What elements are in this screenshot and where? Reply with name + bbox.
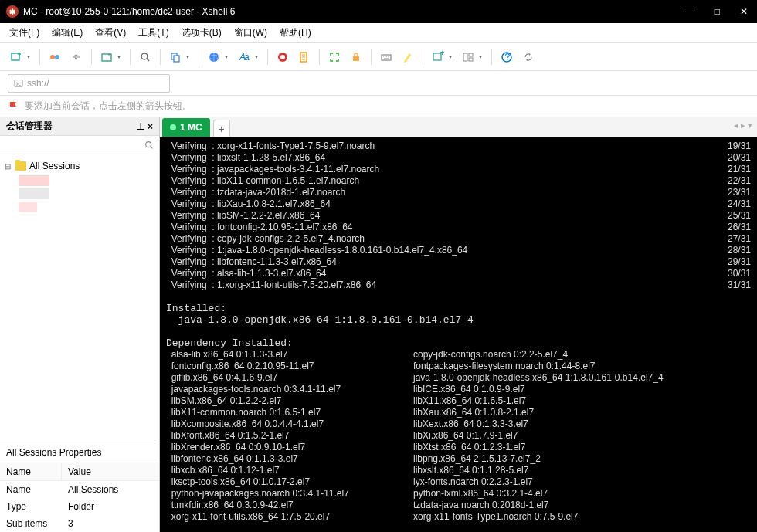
globe-button[interactable] — [205, 49, 222, 66]
new-window-button[interactable]: + — [429, 49, 446, 66]
col-name: Name — [0, 463, 62, 480]
close-button[interactable]: ✕ — [737, 6, 751, 17]
svg-rect-18 — [463, 53, 467, 61]
new-session-button[interactable] — [8, 49, 25, 66]
menubar: 文件(F) 编辑(E) 查看(V) 工具(T) 选项卡(B) 窗口(W) 帮助(… — [0, 23, 757, 43]
menu-tabs[interactable]: 选项卡(B) — [182, 26, 222, 39]
col-value: Value — [62, 463, 159, 480]
hintbar: 要添加当前会话，点击左侧的箭头按钮。 — [0, 96, 757, 117]
prop-key: Sub items — [0, 515, 62, 532]
svg-rect-20 — [469, 58, 473, 61]
prop-key: Name — [0, 481, 62, 498]
help-button[interactable]: ? — [498, 49, 515, 66]
menu-tools[interactable]: 工具(T) — [138, 26, 168, 39]
new-tab-button[interactable]: + — [213, 120, 230, 137]
properties-row: Sub items3 — [0, 515, 159, 532]
svg-rect-6 — [174, 56, 179, 62]
keyboard-button[interactable] — [378, 49, 395, 66]
properties-panel: All Sessions Properties Name Value NameA… — [0, 442, 159, 532]
panel-header: 会话管理器 ⊥ × — [0, 117, 159, 136]
tree-root[interactable]: ⊟ All Sessions — [5, 159, 154, 173]
dropdown-icon[interactable]: ▾ — [225, 53, 231, 60]
menu-view[interactable]: 查看(V) — [95, 26, 126, 39]
properties-row: TypeFolder — [0, 498, 159, 515]
dropdown-icon[interactable]: ▾ — [117, 53, 124, 60]
session-manager-panel: 会话管理器 ⊥ × ⊟ All Sessions All Sessions Pr… — [0, 117, 160, 532]
app-icon: ✱ — [6, 5, 19, 18]
tab-mc[interactable]: 1 MC — [162, 118, 210, 137]
expand-icon[interactable]: ⊟ — [5, 162, 12, 171]
panel-close-button[interactable]: × — [148, 121, 153, 132]
svg-point-12 — [280, 55, 285, 59]
properties-row: NameAll Sessions — [0, 481, 159, 498]
titlebar: ✱ MC - root@10-255-0-121:/home/dc2-user … — [0, 0, 757, 23]
minimize-button[interactable]: — — [682, 6, 698, 17]
open-button[interactable] — [98, 49, 115, 66]
address-input[interactable]: ssh:// — [8, 74, 170, 93]
status-dot-icon — [170, 124, 176, 130]
properties-header: Name Value — [0, 463, 159, 481]
svg-rect-15 — [382, 55, 391, 60]
svg-rect-14 — [353, 56, 359, 61]
pin-button[interactable]: ⊥ — [137, 121, 144, 132]
flag-icon — [8, 100, 20, 113]
sync-button[interactable] — [520, 49, 537, 66]
search-button[interactable] — [137, 49, 154, 66]
search-icon[interactable] — [144, 140, 154, 151]
maximize-button[interactable]: □ — [711, 6, 723, 17]
menu-help[interactable]: 帮助(H) — [280, 26, 311, 39]
svg-point-2 — [55, 55, 59, 59]
hint-text: 要添加当前会话，点击左侧的箭头按钮。 — [25, 100, 192, 113]
svg-point-24 — [146, 141, 151, 147]
session-tree: ⊟ All Sessions — [0, 154, 159, 442]
svg-point-4 — [141, 53, 148, 59]
dropdown-icon[interactable]: ▾ — [27, 53, 33, 60]
menu-edit[interactable]: 编辑(E) — [52, 26, 83, 39]
svg-text:+: + — [440, 51, 444, 58]
dropdown-icon[interactable]: ▾ — [255, 53, 261, 60]
menu-file[interactable]: 文件(F) — [9, 26, 39, 39]
terminal[interactable]: Verifying : xorg-x11-fonts-Type1-7.5-9.e… — [160, 137, 757, 532]
fullscreen-button[interactable] — [326, 49, 343, 66]
copy-button[interactable] — [167, 49, 184, 66]
svg-text:a: a — [244, 52, 250, 63]
dropdown-icon[interactable]: ▾ — [449, 53, 455, 60]
tab-nav[interactable]: ◂ ▸ ▾ — [734, 120, 752, 130]
address-protocol: ssh:// — [27, 78, 49, 89]
prop-value: 3 — [62, 515, 159, 532]
panel-title: 会话管理器 — [6, 120, 53, 133]
folder-icon — [15, 161, 26, 171]
addressbar: ssh:// — [0, 71, 757, 96]
dropdown-icon[interactable]: ▾ — [186, 53, 192, 60]
menu-window[interactable]: 窗口(W) — [234, 26, 267, 39]
layout-button[interactable] — [460, 49, 477, 66]
tab-label: 1 MC — [180, 122, 202, 133]
font-button[interactable]: Aa — [236, 49, 253, 66]
session-item[interactable] — [19, 188, 49, 199]
highlight-button[interactable] — [399, 49, 416, 66]
tabstrip: 1 MC + ◂ ▸ ▾ — [160, 117, 757, 137]
session-item[interactable] — [19, 175, 49, 186]
svg-rect-19 — [469, 53, 473, 56]
record-button[interactable] — [274, 49, 291, 66]
panel-search-row — [0, 136, 159, 154]
lock-button[interactable] — [348, 49, 365, 66]
prop-key: Type — [0, 498, 62, 515]
svg-point-1 — [50, 55, 55, 59]
tree-root-label: All Sessions — [29, 161, 80, 171]
toolbar: ▾ ▾ ▾ ▾ Aa ▾ + ▾ ▾ ? — [0, 43, 757, 71]
prop-value: All Sessions — [62, 481, 159, 498]
dropdown-icon[interactable]: ▾ — [479, 53, 485, 60]
reconnect-button[interactable] — [46, 49, 63, 66]
disconnect-button[interactable] — [68, 49, 85, 66]
svg-text:?: ? — [505, 52, 511, 63]
prop-value: Folder — [62, 498, 159, 515]
session-item[interactable] — [19, 202, 37, 212]
script-button[interactable] — [296, 49, 313, 66]
ssh-icon — [13, 78, 24, 89]
properties-title: All Sessions Properties — [0, 442, 159, 463]
svg-rect-3 — [102, 54, 111, 61]
window-title: MC - root@10-255-0-121:/home/dc2-user - … — [23, 6, 235, 17]
